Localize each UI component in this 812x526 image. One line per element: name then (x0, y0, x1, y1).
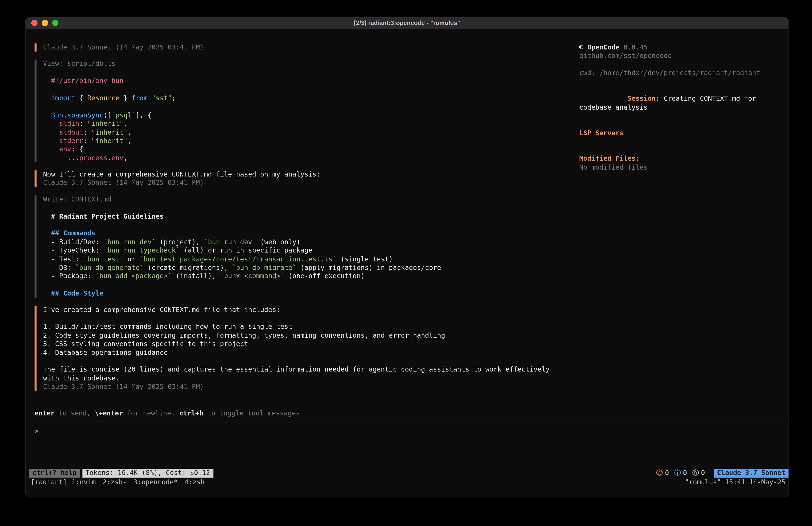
status-bar-right: Ⓦ0 ⓘ0 ⓗ0 Claude 3.7 Sonnet (656, 469, 788, 478)
zoom-button[interactable] (52, 20, 58, 26)
sidebar: © OpenCode 0.0.45 github.com/sst/opencod… (579, 43, 773, 172)
text-line: stdout: "inherit", (43, 128, 176, 137)
text-line: The file is concise (20 lines) and captu… (43, 366, 550, 374)
tmux-window-nvim[interactable]: 1:nvim (72, 478, 96, 487)
text-segment: \+enter (95, 409, 123, 417)
text-segment: to send, (55, 409, 95, 417)
text-segment: View: script/db.ts (43, 60, 115, 68)
text-line: I've created a comprehensive CONTEXT.md … (43, 305, 550, 314)
text-segment: `bun db migrate` (232, 264, 296, 271)
opencode-tui: Claude 3.7 Sonnet (14 May 2025 03:41 PM)… (26, 29, 788, 496)
text-segment: (install), (172, 272, 220, 280)
tmux-window-zsh[interactable]: 4:zsh (185, 478, 205, 487)
message-body: Now I'll create a comprehensive CONTEXT.… (36, 170, 320, 187)
sidebar-spacer (579, 60, 773, 69)
text-segment: (web only) (256, 238, 300, 246)
cwd-line: cwd: /home/thdxr/dev/projects/radiant/ra… (579, 69, 773, 77)
text-segment (43, 128, 59, 136)
session-label: Session: (627, 95, 659, 102)
diagnostics: Ⓦ0 ⓘ0 ⓗ0 (656, 469, 710, 478)
text-segment: `bunx <command>` (220, 272, 284, 280)
text-segment: , (128, 137, 131, 144)
tmux-session-name: [radiant] (31, 478, 67, 487)
tokens-cost-chip: Tokens: 16.4K (8%), Cost: $0.12 (82, 469, 213, 478)
text-line: with this codebase. (43, 374, 550, 382)
message-body: Write: CONTEXT.md # Radiant Project Guid… (36, 195, 441, 298)
info-count-value: 0 (683, 469, 687, 478)
text-line: - DB: `bun db generate` (create migratio… (43, 264, 441, 272)
text-segment: The file is concise (20 lines) and captu… (43, 366, 550, 373)
minimize-button[interactable] (42, 20, 48, 26)
text-segment: ([ (103, 111, 112, 119)
window-titlebar[interactable]: [2/3] radiant:3:opencode - "romulus" (26, 17, 788, 29)
text-segment: ; (172, 94, 176, 102)
text-line: Claude 3.7 Sonnet (14 May 2025 03:41 PM) (43, 43, 204, 52)
text-segment: Bun (51, 111, 63, 119)
text-segment: Now I'll create a comprehensive CONTEXT.… (43, 170, 320, 178)
text-segment: `psql` (112, 111, 135, 119)
text-line: stderr: "inherit", (43, 137, 176, 145)
help-chip[interactable]: ctrl+? help (29, 469, 80, 478)
keybind-help: enter to send, \+enter for newline, ctrl… (34, 409, 787, 418)
text-line: 3. CSS styling conventions specific to t… (43, 340, 550, 349)
text-segment: `bun add <package>` (96, 272, 172, 280)
tool-output-write-file: Write: CONTEXT.md # Radiant Project Guid… (34, 195, 579, 298)
text-line: import { Resource } from "sst"; (43, 94, 176, 102)
text-line: ## Commands (43, 229, 441, 238)
model-chip[interactable]: Claude 3.7 Sonnet (714, 469, 788, 478)
tmux-window-list: [radiant] 1:nvim 2:zsh- 3:opencode* 4:zs… (31, 478, 212, 487)
prompt-input[interactable]: > (34, 427, 787, 436)
message-body: View: script/db.ts #!/usr/bin/env bun im… (36, 60, 176, 162)
text-segment: (one-off execution) (284, 272, 365, 280)
text-segment: 3. CSS styling conventions specific to t… (43, 340, 248, 348)
text-segment: ], { (135, 111, 151, 119)
desktop-background: [2/3] radiant:3:opencode - "romulus" Cla… (0, 0, 812, 526)
text-line (43, 68, 176, 77)
info-count: ⓘ0 (674, 469, 687, 478)
text-line: Claude 3.7 Sonnet (14 May 2025 03:41 PM) (43, 179, 320, 187)
text-segment: { (75, 94, 87, 102)
tmux-status-bar: [radiant] 1:nvim 2:zsh- 3:opencode* 4:zs… (26, 478, 788, 487)
text-segment: , (124, 154, 128, 161)
text-segment: `bun run dev` (204, 238, 256, 246)
text-line: - Build/Dev: `bun run dev` (project), `b… (43, 238, 441, 246)
text-segment: "inherit" (91, 128, 128, 136)
text-line: 4. Database operations guidance (43, 349, 550, 357)
text-segment: } (119, 94, 131, 102)
repo-link[interactable]: github.com/sst/opencode (579, 52, 773, 60)
assistant-accent-bar (34, 305, 36, 391)
tmux-window-zsh-last[interactable]: 2:zsh- (102, 478, 127, 487)
text-segment: import (51, 94, 75, 102)
tmux-window-opencode-current[interactable]: 3:opencode* (133, 478, 178, 487)
design-scale-wrapper: [2/3] radiant:3:opencode - "romulus" Cla… (0, 0, 812, 526)
warning-count: Ⓦ0 (656, 469, 669, 478)
text-segment: , (124, 120, 128, 127)
text-line: env: { (43, 145, 176, 154)
text-line: 2. Code style guidelines covering import… (43, 331, 550, 340)
input-divider (34, 421, 787, 421)
text-segment: for newline, (123, 409, 179, 417)
text-segment: stderr (59, 137, 83, 144)
sidebar-spacer (579, 77, 773, 86)
text-segment: 2. Code style guidelines covering import… (43, 331, 445, 339)
terminal-window: [2/3] radiant:3:opencode - "romulus" Cla… (26, 17, 788, 497)
text-segment: : { (71, 145, 83, 153)
text-segment: "inherit" (87, 120, 124, 127)
text-segment: ... (43, 154, 79, 161)
text-segment: OpenCode (588, 43, 620, 51)
text-line (43, 281, 441, 289)
text-line (43, 85, 176, 94)
text-segment: Resource (87, 94, 119, 102)
prompt-caret: > (34, 427, 39, 435)
text-line: # Radiant Project Guidelines (43, 212, 441, 221)
text-segment: Claude 3.7 Sonnet (14 May 2025 03:41 PM) (43, 179, 204, 187)
modified-files-header: Modified Files: (579, 155, 773, 163)
text-line (43, 204, 441, 212)
text-line: View: script/db.ts (43, 60, 176, 68)
close-button[interactable] (31, 20, 38, 26)
text-segment: ## Code Style (43, 289, 103, 297)
text-segment: 4. Database operations guidance (43, 349, 168, 356)
status-bar: ctrl+? help Tokens: 16.4K (8%), Cost: $0… (26, 469, 788, 478)
text-segment (147, 94, 151, 102)
assistant-message: Now I'll create a comprehensive CONTEXT.… (34, 170, 579, 187)
